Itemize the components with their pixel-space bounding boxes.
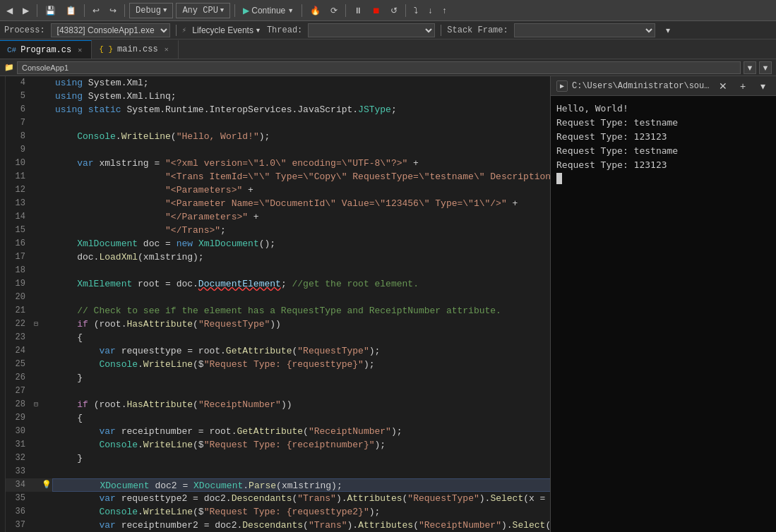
- tab-close-program-cs[interactable]: ✕: [76, 45, 84, 55]
- tabs-bar: C# Program.cs ✕ { } main.css ✕: [0, 40, 776, 59]
- lifecycle-label: Lifecycle Events: [192, 25, 253, 35]
- terminal-add-btn[interactable]: +: [735, 78, 751, 94]
- margin-strip: [0, 76, 6, 532]
- tab-close-main-css[interactable]: ✕: [162, 44, 171, 54]
- process-select[interactable]: [43832] ConsoleApp1.exe: [51, 23, 170, 37]
- fold-btn[interactable]: ⊟: [31, 318, 41, 331]
- line-num: 30: [6, 425, 31, 438]
- hint-icon: [41, 197, 52, 210]
- line-num: 5: [6, 90, 31, 103]
- filepath-next-btn[interactable]: ▼: [759, 61, 772, 74]
- thread-select[interactable]: [308, 23, 435, 37]
- stack-select[interactable]: [514, 23, 655, 37]
- fold-btn: [31, 385, 41, 398]
- line-num: 22: [6, 318, 31, 331]
- lifecycle-btn[interactable]: Lifecycle Events ▼: [192, 25, 261, 35]
- fold-btn: [31, 411, 41, 425]
- step-out-btn[interactable]: ↑: [438, 2, 450, 19]
- list-item: Request Type: 123123: [556, 130, 770, 144]
- process-bar: Process: [43832] ConsoleApp1.exe ⚡ Lifec…: [0, 21, 776, 40]
- fold-btn: [31, 170, 41, 183]
- cpu-dropdown[interactable]: Any CPU ▼: [176, 3, 230, 18]
- line-num: 20: [6, 291, 31, 304]
- line-num: 25: [6, 358, 31, 371]
- hint-icon: [41, 318, 52, 331]
- filepath-bar: 📁 ▼ ▼: [0, 59, 776, 76]
- tab-main-css[interactable]: { } main.css ✕: [92, 40, 178, 59]
- hint-icon: [41, 411, 52, 425]
- fold-btn: [31, 116, 41, 130]
- fold-btn: [31, 250, 41, 264]
- terminal-icon: ▶: [556, 80, 568, 92]
- hint-icon: [41, 398, 52, 411]
- hint-icon: [41, 250, 52, 264]
- terminal-output[interactable]: Hello, World! Request Type: testname Req…: [551, 96, 776, 532]
- line-num: 34: [6, 478, 31, 492]
- fire-btn[interactable]: 🔥: [306, 2, 324, 19]
- hint-icon: [41, 90, 52, 103]
- fold-btn: [31, 452, 41, 465]
- line-num: 26: [6, 371, 31, 385]
- hint-icon: [41, 291, 52, 304]
- proc-sep: [176, 25, 177, 36]
- restart-btn[interactable]: ↺: [387, 2, 401, 19]
- fold-btn: [31, 478, 41, 492]
- line-num: 23: [6, 331, 31, 344]
- hint-icon: [41, 344, 52, 358]
- hint-icon: [41, 264, 52, 277]
- list-item: Request Type: testname: [556, 144, 770, 158]
- list-item: Request Type: testname: [556, 116, 770, 130]
- line-num: 32: [6, 452, 31, 465]
- line-num: 27: [6, 385, 31, 398]
- hint-bulb-icon[interactable]: 💡: [41, 478, 52, 492]
- list-item: Hello, World!: [556, 102, 770, 116]
- sep6: [345, 4, 346, 17]
- fold-btn: [31, 76, 41, 90]
- line-num: 29: [6, 411, 31, 425]
- line-num: 31: [6, 438, 31, 452]
- fold-btn: [31, 331, 41, 344]
- line-num: 10: [6, 157, 31, 170]
- stop-btn[interactable]: ⏹: [369, 2, 384, 19]
- expand-btn[interactable]: ▾: [662, 22, 674, 39]
- tab-label-program-cs: Program.cs: [20, 45, 71, 55]
- continue-label: Continue: [251, 6, 285, 16]
- line-num: 8: [6, 130, 31, 143]
- css-file-icon: { }: [99, 45, 113, 54]
- step-into-btn[interactable]: ↓: [424, 2, 436, 19]
- debug-chevron-icon: ▼: [163, 7, 167, 14]
- terminal-chevron-btn[interactable]: ▾: [755, 78, 770, 94]
- fold-btn: [31, 291, 41, 304]
- fold-btn: [31, 210, 41, 224]
- back-btn[interactable]: ◀: [3, 2, 16, 19]
- line-num: 33: [6, 465, 31, 478]
- filepath-expand-btn[interactable]: ▼: [744, 61, 756, 74]
- terminal-titlebar: ▶ C:\Users\Administrator\sourc ✕ + ▾: [551, 76, 776, 96]
- save-all-btn[interactable]: 📋: [62, 2, 80, 19]
- step-over-btn[interactable]: ⤵: [410, 2, 422, 19]
- filepath-input[interactable]: [17, 61, 741, 74]
- cpu-chevron-icon: ▼: [220, 7, 224, 14]
- terminal-close-btn[interactable]: ✕: [715, 78, 731, 94]
- continue-btn[interactable]: ▶ Continue ▼: [239, 2, 297, 19]
- code-editor[interactable]: 4 using System.Xml; 5 using System.Xml.L…: [6, 76, 776, 532]
- terminal-panel: ▶ C:\Users\Administrator\sourc ✕ + ▾ Hel…: [550, 76, 776, 532]
- hint-icon: [41, 103, 52, 116]
- refresh-btn[interactable]: ⟳: [327, 2, 341, 19]
- hint-icon: [41, 170, 52, 183]
- fold-btn[interactable]: ⊟: [31, 398, 41, 411]
- undo-btn[interactable]: ↩: [89, 2, 103, 19]
- save-btn[interactable]: 💾: [42, 2, 59, 19]
- debug-dropdown[interactable]: Debug ▼: [129, 3, 173, 18]
- play-icon: ▶: [243, 6, 249, 16]
- hint-icon: [41, 277, 52, 291]
- fold-btn: [31, 264, 41, 277]
- fold-btn: [31, 304, 41, 318]
- fold-btn: [31, 425, 41, 438]
- fold-btn: [31, 90, 41, 103]
- tab-program-cs[interactable]: C# Program.cs ✕: [0, 40, 92, 59]
- forward-btn[interactable]: ▶: [19, 2, 32, 19]
- fold-btn: [31, 371, 41, 385]
- pause-btn[interactable]: ⏸: [350, 2, 366, 19]
- redo-btn[interactable]: ↪: [106, 2, 120, 19]
